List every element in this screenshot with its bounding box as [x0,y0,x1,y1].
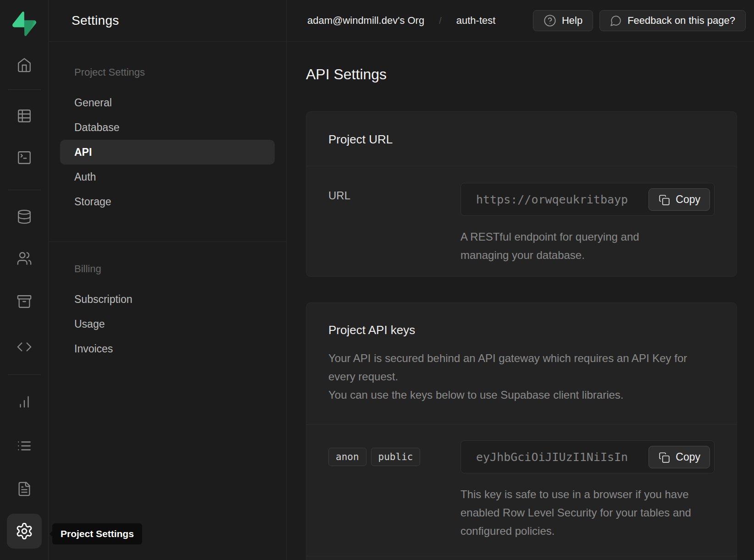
settings-nav-panel: Settings Project Settings General Databa… [49,0,287,560]
copy-icon [658,194,670,206]
project-settings-section: Project Settings General Database API Au… [49,66,286,214]
nav-item-invoices[interactable]: Invoices [60,336,275,361]
users-icon [17,251,32,266]
database-icon [17,209,32,225]
api-keys-card-title: Project API keys [328,323,715,337]
nav-logs[interactable] [14,436,34,456]
nav-authentication[interactable] [14,248,34,269]
page-title: API Settings [306,66,737,83]
anon-key-row: anon public eyJhbGciOiJIUzI1NiIsIn Copy … [306,425,737,556]
copy-icon [658,451,670,463]
app-icon-sidebar [0,0,49,560]
copy-url-label: Copy [676,193,700,206]
file-text-icon [17,481,32,497]
anon-key-badges: anon public [328,440,460,540]
breadcrumb-project[interactable]: auth-test [456,15,496,27]
anon-key-description: This key is safe to use in a browser if … [460,485,694,540]
nav-sql-editor[interactable] [14,148,34,168]
project-api-keys-card: Project API keys Your API is secured beh… [306,302,737,560]
main-area: adam@windmill.dev's Org / auth-test Help… [287,0,754,560]
api-keys-card-header: Project API keys Your API is secured beh… [306,303,737,424]
sidebar-divider [8,190,41,190]
anon-key-field[interactable]: eyJhbGciOiJIUzI1NiIsIn Copy [460,440,715,473]
project-url-value: https://orwqeukritbayp [476,193,628,206]
code-icon [17,339,32,355]
bar-chart-icon [17,394,32,410]
nav-home[interactable] [14,55,34,75]
copy-anon-key-label: Copy [676,451,700,463]
list-icon [17,438,32,454]
main-header: adam@windmill.dev's Org / auth-test Help… [287,0,754,42]
sidebar-divider [8,89,41,90]
tooltip-label: Project Settings [61,528,134,539]
nav-project-settings[interactable] [7,514,42,549]
copy-anon-key-button[interactable]: Copy [649,446,710,468]
anon-key-value: eyJhbGciOiJIUzI1NiIsIn [476,450,628,464]
help-button-label: Help [562,15,582,27]
settings-title: Settings [72,13,119,28]
nav-item-api[interactable]: API [60,140,275,165]
terminal-icon [17,150,32,165]
next-key-row-stub [306,556,737,560]
project-url-card-header: Project URL [306,112,737,166]
project-settings-tooltip: Project Settings [52,523,142,544]
gear-icon [15,522,33,540]
url-description: A RESTful endpoint for querying and mana… [460,228,681,264]
api-keys-intro-1: Your API is secured behind an API gatewa… [328,349,695,386]
nav-storage[interactable] [14,291,34,312]
help-button[interactable]: Help [533,10,593,31]
breadcrumb: adam@windmill.dev's Org / auth-test [307,15,495,27]
breadcrumb-organization[interactable]: adam@windmill.dev's Org [307,15,424,27]
archive-box-icon [17,294,32,309]
sidebar-divider [8,374,41,375]
project-url-card: Project URL URL https://orwqeukritbayp C… [306,111,737,277]
supabase-logo[interactable] [12,11,36,38]
api-keys-intro-2: You can use the keys below to use Supaba… [328,386,695,404]
url-row: URL https://orwqeukritbayp Copy A RESTfu… [306,166,737,276]
nav-item-usage[interactable]: Usage [60,312,275,336]
speech-bubble-icon [610,15,622,27]
section-header-billing: Billing [74,262,286,276]
nav-item-storage[interactable]: Storage [60,189,275,214]
url-label: URL [328,183,460,264]
section-header-project-settings: Project Settings [74,66,286,79]
nav-reports[interactable] [14,392,34,412]
settings-nav-header: Settings [49,0,286,42]
nav-item-subscription[interactable]: Subscription [60,287,275,312]
public-badge: public [371,448,421,466]
nav-item-general[interactable]: General [60,90,275,115]
table-icon [17,108,32,124]
copy-url-button[interactable]: Copy [649,188,710,211]
nav-item-auth[interactable]: Auth [60,165,275,189]
nav-edge-functions[interactable] [14,337,34,357]
project-url-field[interactable]: https://orwqeukritbayp Copy [460,183,715,216]
anon-badge: anon [328,448,366,466]
help-circle-icon [543,14,556,27]
billing-section: Billing Subscription Usage Invoices [49,242,286,361]
feedback-button[interactable]: Feedback on this page? [599,10,746,31]
nav-item-database[interactable]: Database [60,115,275,140]
nav-api-docs[interactable] [14,479,34,499]
feedback-button-label: Feedback on this page? [627,15,735,27]
home-icon [17,57,32,73]
breadcrumb-separator: / [439,16,442,26]
supabase-bolt-icon [12,11,36,36]
project-url-card-title: Project URL [328,132,715,147]
nav-table-editor[interactable] [14,106,34,126]
nav-database[interactable] [14,207,34,227]
